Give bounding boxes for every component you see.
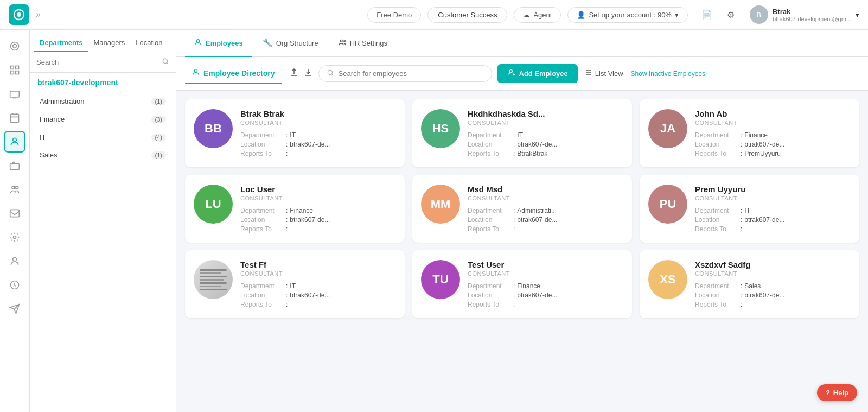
sidebar-item-home[interactable] xyxy=(4,35,25,57)
colon: : xyxy=(741,131,742,139)
employee-details: Department : IT Location : btrak607-de..… xyxy=(240,282,396,308)
reports-to-label: Reports To xyxy=(240,301,284,308)
list-view-button[interactable]: List View xyxy=(583,68,623,79)
location-row: Location : btrak607-de... xyxy=(695,291,851,299)
sidebar-item-clock[interactable] xyxy=(4,274,25,296)
customer-success-button[interactable]: Customer Success xyxy=(427,7,507,23)
topbar-icons: 📄 ⚙ xyxy=(699,7,739,23)
reports-to-label: Reports To xyxy=(468,225,511,233)
upload-icon[interactable] xyxy=(289,67,299,80)
employee-card[interactable]: PU Prem Uyyuru CONSULTANT Department : I… xyxy=(640,175,859,243)
colon: : xyxy=(741,291,742,299)
svg-point-12 xyxy=(12,186,15,189)
document-icon[interactable]: 📄 xyxy=(699,7,715,23)
dir-tab-icon xyxy=(192,68,200,78)
sidebar-item-analytics[interactable] xyxy=(4,59,25,81)
department-item[interactable]: Sales (1) xyxy=(34,146,171,164)
tab-hr-settings[interactable]: HR Settings xyxy=(329,30,396,57)
colon: : xyxy=(513,301,515,308)
tab-org-structure[interactable]: 🔧 Org Structure xyxy=(254,30,327,57)
svg-point-2 xyxy=(11,42,19,50)
location-value: btrak607-de... xyxy=(517,291,557,299)
employees-tab-icon xyxy=(194,38,202,48)
agent-button[interactable]: ☁ Agent xyxy=(514,7,561,23)
svg-rect-6 xyxy=(11,71,14,74)
department-item[interactable]: Administration (1) xyxy=(34,92,171,110)
search-icon xyxy=(162,58,169,67)
employee-card[interactable]: HS Hkdhkdhaskda Sd... CONSULTANT Departm… xyxy=(412,99,632,167)
sidebar-item-team[interactable] xyxy=(4,179,25,200)
left-search-input[interactable] xyxy=(36,58,158,66)
employee-name: Test User xyxy=(468,260,623,269)
show-inactive-button[interactable]: Show Inactive Employees xyxy=(631,70,705,78)
tab-location[interactable]: Location xyxy=(130,34,168,52)
employee-avatar: HS xyxy=(421,109,460,148)
sidebar-item-people[interactable] xyxy=(4,131,25,153)
employee-name: Btrak Btrak xyxy=(240,109,396,118)
expand-sidebar-icon[interactable]: » xyxy=(36,10,41,20)
app-logo[interactable] xyxy=(9,4,29,25)
department-row: Department : IT xyxy=(240,131,396,139)
free-demo-button[interactable]: Free Demo xyxy=(367,7,421,23)
location-label: Location xyxy=(695,141,738,148)
search-employees-box[interactable] xyxy=(318,65,492,82)
department-count: (1) xyxy=(151,151,166,159)
employee-card[interactable]: BB Btrak Btrak CONSULTANT Department : I… xyxy=(185,99,405,167)
download-icon[interactable] xyxy=(303,67,313,80)
svg-point-1 xyxy=(17,12,21,17)
location-value: btrak607-de... xyxy=(744,216,784,224)
employee-card[interactable]: LU Loc User CONSULTANT Department : Fina… xyxy=(185,175,405,243)
sidebar-item-briefcase[interactable] xyxy=(4,155,25,176)
sidebar-item-settings[interactable] xyxy=(4,226,25,248)
department-row: Department : IT xyxy=(695,207,851,214)
setup-button[interactable]: 👤 Set up your account : 90% ▾ xyxy=(567,7,687,23)
employee-card[interactable]: XS Xszdxvf Sadfg CONSULTANT Department :… xyxy=(640,250,859,318)
department-item[interactable]: IT (4) xyxy=(34,128,171,146)
tab-employees[interactable]: Employees xyxy=(185,30,252,57)
sidebar-item-calendar[interactable] xyxy=(4,107,25,129)
department-row: Department : IT xyxy=(468,131,623,139)
employee-card[interactable]: Test Ff CONSULTANT Department : IT Locat… xyxy=(185,250,405,318)
colon: : xyxy=(741,150,742,157)
tab-departments[interactable]: Departments xyxy=(34,34,88,52)
employee-name: Xszdxvf Sadfg xyxy=(695,260,851,269)
employee-grid: BB Btrak Btrak CONSULTANT Department : I… xyxy=(176,91,868,327)
employee-directory-tab[interactable]: Employee Directory xyxy=(185,64,282,84)
employee-details: Department : IT Location : btrak607-de..… xyxy=(468,131,623,157)
search-employees-input[interactable] xyxy=(339,69,484,78)
user-menu[interactable]: B Btrak btrak607-development@gm... ▾ xyxy=(750,5,859,24)
employee-info: Xszdxvf Sadfg CONSULTANT Department : Sa… xyxy=(695,260,851,308)
colon: : xyxy=(741,225,742,233)
left-panel-tabs: Departments Managers Location xyxy=(30,30,176,52)
sidebar-item-tv[interactable] xyxy=(4,83,25,105)
employee-avatar: PU xyxy=(648,185,687,224)
location-row: Location : btrak607-de... xyxy=(468,216,623,224)
sidebar-item-send[interactable] xyxy=(4,298,25,320)
department-item[interactable]: Finance (3) xyxy=(34,110,171,128)
company-name[interactable]: btrak607-development xyxy=(30,73,176,92)
location-label: Location xyxy=(695,291,738,299)
location-label: Location xyxy=(695,216,738,224)
employee-card[interactable]: TU Test User CONSULTANT Department : Fin… xyxy=(412,250,632,318)
help-button[interactable]: ? Help xyxy=(817,384,857,401)
employee-card[interactable]: JA John Ab CONSULTANT Department : Finan… xyxy=(640,99,859,167)
department-count: (3) xyxy=(151,116,166,123)
employee-name: Prem Uyyuru xyxy=(695,185,851,194)
employee-avatar: LU xyxy=(194,185,233,224)
reports-to-label: Reports To xyxy=(695,150,738,157)
colon: : xyxy=(286,150,288,157)
employee-name: Test Ff xyxy=(240,260,396,269)
department-label: Department xyxy=(240,207,284,214)
employee-card[interactable]: MM Msd Msd CONSULTANT Department : Admin… xyxy=(412,175,632,243)
sidebar-item-user[interactable] xyxy=(4,250,25,272)
employee-role: CONSULTANT xyxy=(468,195,623,201)
settings-icon[interactable]: ⚙ xyxy=(723,7,739,23)
svg-rect-8 xyxy=(10,91,20,97)
tab-managers[interactable]: Managers xyxy=(88,34,130,52)
list-view-icon xyxy=(583,68,592,79)
sidebar-item-mail[interactable] xyxy=(4,202,25,224)
employee-details: Department : Administrati... Location : … xyxy=(468,207,623,233)
add-employee-button[interactable]: Add Employee xyxy=(497,64,578,83)
employee-info: Msd Msd CONSULTANT Department : Administ… xyxy=(468,185,623,233)
department-name: Finance xyxy=(40,115,65,123)
